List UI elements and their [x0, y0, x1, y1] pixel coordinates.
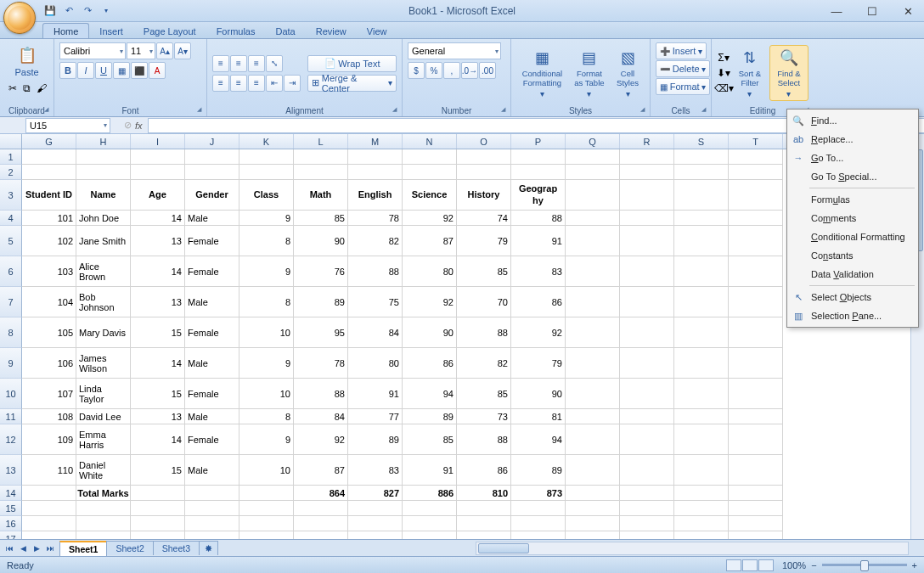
increase-font-icon[interactable]: A▴ — [156, 42, 173, 59]
cell[interactable] — [22, 501, 76, 516]
cell[interactable]: 80 — [403, 256, 457, 287]
cell[interactable]: History — [457, 180, 511, 211]
cell[interactable] — [457, 165, 511, 180]
cell[interactable] — [239, 501, 294, 516]
cell[interactable] — [185, 531, 239, 539]
dropdown-goto[interactable]: →Go To... — [787, 149, 918, 167]
row-header[interactable]: 4 — [0, 211, 22, 226]
cell[interactable] — [403, 516, 457, 531]
last-sheet-icon[interactable]: ⏭ — [44, 542, 56, 555]
column-header[interactable]: H — [76, 134, 131, 149]
cell[interactable]: Male — [185, 409, 239, 424]
cell[interactable]: 8 — [239, 226, 294, 256]
dropdown-goto-special[interactable]: Go To Special... — [787, 167, 918, 186]
cell[interactable] — [566, 287, 620, 317]
cell[interactable]: 79 — [457, 226, 511, 256]
cell[interactable] — [729, 348, 783, 379]
cell[interactable] — [348, 501, 403, 516]
cell[interactable]: 110 — [22, 455, 76, 486]
cell[interactable]: Name — [76, 180, 131, 211]
merge-center-button[interactable]: ⊞ Merge & Center ▾ — [307, 75, 397, 92]
cell[interactable] — [674, 348, 729, 379]
cell[interactable]: 73 — [457, 409, 511, 424]
increase-decimal-icon[interactable]: .0→ — [461, 62, 478, 79]
cell[interactable] — [76, 149, 131, 165]
column-header[interactable]: G — [22, 134, 76, 149]
cell[interactable]: 873 — [511, 486, 566, 501]
cell[interactable] — [22, 516, 76, 531]
cell[interactable]: 79 — [511, 348, 566, 379]
cell[interactable] — [620, 180, 674, 211]
cell[interactable]: 89 — [511, 455, 566, 486]
cell[interactable]: 94 — [511, 424, 566, 455]
dropdown-find[interactable]: 🔍Find... — [787, 111, 918, 130]
cell[interactable] — [239, 531, 294, 539]
cell[interactable]: 14 — [131, 211, 185, 226]
cell[interactable]: 14 — [131, 424, 185, 455]
dropdown-comments[interactable]: Comments — [787, 209, 918, 228]
cell[interactable]: 102 — [22, 226, 76, 256]
paste-button[interactable]: 📋 Paste — [10, 42, 44, 80]
name-box[interactable]: U15 — [25, 118, 110, 133]
cell[interactable] — [511, 531, 566, 539]
fx-icon[interactable]: fx — [135, 121, 143, 131]
cell[interactable]: 15 — [131, 379, 185, 409]
cell[interactable]: Age — [131, 180, 185, 211]
cell[interactable]: 886 — [403, 486, 457, 501]
percent-icon[interactable]: % — [425, 62, 442, 79]
number-format-combo[interactable]: General — [408, 42, 501, 59]
cell[interactable] — [511, 501, 566, 516]
cell[interactable] — [729, 149, 783, 165]
cell[interactable]: 86 — [403, 348, 457, 379]
cell[interactable] — [294, 149, 348, 165]
cell[interactable]: 70 — [457, 287, 511, 317]
cell[interactable]: John Doe — [76, 211, 131, 226]
comma-icon[interactable]: , — [443, 62, 460, 79]
tab-data[interactable]: Data — [265, 24, 305, 38]
cell[interactable]: 90 — [294, 226, 348, 256]
cell[interactable] — [22, 149, 76, 165]
cell[interactable] — [566, 348, 620, 379]
cell[interactable]: 89 — [348, 424, 403, 455]
cell[interactable]: 94 — [403, 379, 457, 409]
cell[interactable]: 9 — [239, 424, 294, 455]
cell[interactable]: 89 — [403, 409, 457, 424]
row-header[interactable]: 3 — [0, 180, 22, 211]
cell[interactable] — [239, 149, 294, 165]
cell[interactable] — [620, 287, 674, 317]
cell[interactable]: Emma Harris — [76, 424, 131, 455]
cell[interactable] — [566, 455, 620, 486]
cell[interactable]: Student ID — [22, 180, 76, 211]
cell[interactable] — [131, 486, 185, 501]
cell[interactable]: Science — [403, 180, 457, 211]
cell[interactable]: 14 — [131, 256, 185, 287]
cell[interactable]: 84 — [348, 317, 403, 348]
cell[interactable] — [620, 486, 674, 501]
cell[interactable]: 91 — [511, 226, 566, 256]
cell[interactable]: Male — [185, 287, 239, 317]
column-header[interactable]: T — [729, 134, 783, 149]
maximize-button[interactable]: ☐ — [861, 3, 883, 20]
align-center-icon[interactable]: ≡ — [230, 75, 247, 92]
cell[interactable] — [566, 531, 620, 539]
cell[interactable] — [620, 531, 674, 539]
tab-page-layout[interactable]: Page Layout — [133, 24, 206, 38]
cell[interactable]: Male — [185, 211, 239, 226]
cell[interactable] — [620, 256, 674, 287]
underline-button[interactable]: U — [95, 62, 112, 79]
format-as-table-button[interactable]: ▤ Format as Table▾ — [570, 45, 609, 101]
italic-button[interactable]: I — [77, 62, 94, 79]
cell[interactable] — [22, 531, 76, 539]
cell[interactable] — [566, 211, 620, 226]
cell[interactable]: 85 — [457, 256, 511, 287]
cell[interactable] — [566, 501, 620, 516]
cell[interactable]: 13 — [131, 287, 185, 317]
cell[interactable]: Female — [185, 226, 239, 256]
border-button[interactable]: ▦ — [113, 62, 130, 79]
horizontal-scrollbar[interactable] — [476, 542, 909, 555]
cell[interactable] — [403, 501, 457, 516]
row-header[interactable]: 1 — [0, 149, 22, 165]
cell[interactable]: Linda Taylor — [76, 379, 131, 409]
cell[interactable] — [294, 501, 348, 516]
cell[interactable] — [729, 180, 783, 211]
